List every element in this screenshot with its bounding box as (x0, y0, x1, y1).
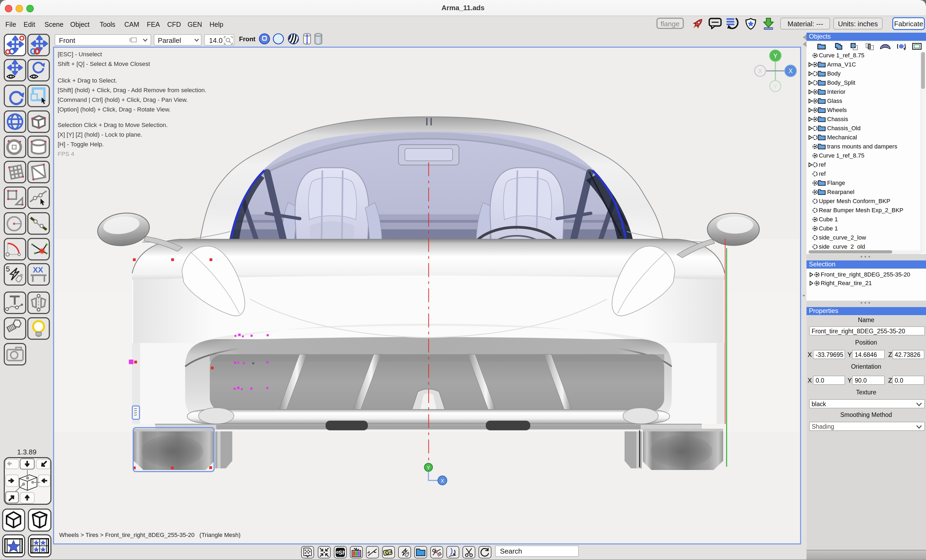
svg-text:Y: Y (773, 83, 777, 89)
svg-text:Y: Y (773, 52, 777, 59)
svg-text:X: X (788, 67, 793, 74)
svg-text:Y: Y (427, 465, 430, 470)
svg-text:G: G (384, 549, 389, 555)
svg-text:XX: XX (33, 265, 43, 274)
svg-text:5: 5 (6, 265, 10, 273)
svg-text:Sh: Sh (338, 549, 346, 556)
svg-text:X: X (758, 68, 762, 74)
svg-text:X: X (441, 478, 444, 483)
